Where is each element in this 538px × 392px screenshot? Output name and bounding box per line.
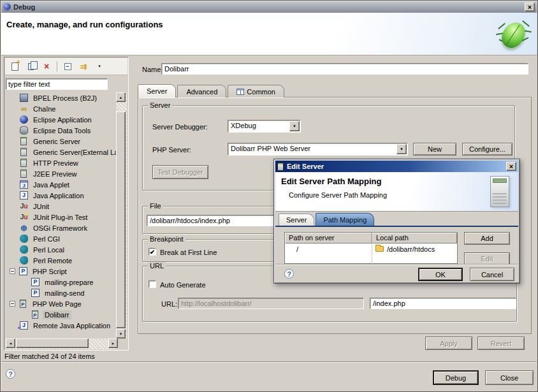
- perl-icon: [20, 245, 28, 254]
- tree-item[interactable]: J2EE Preview: [6, 168, 117, 179]
- tab-server-settings[interactable]: Server: [279, 214, 314, 226]
- tree-item-label: HTTP Preview: [31, 159, 80, 168]
- scroll-thumb[interactable]: [116, 112, 126, 328]
- name-input[interactable]: [161, 63, 528, 75]
- collapse-all-button[interactable]: −: [61, 60, 75, 73]
- php-server-value: Dolibarr PHP Web Server: [231, 145, 310, 152]
- scroll-up-button[interactable]: ▲: [116, 92, 126, 102]
- java-app-icon: [20, 191, 28, 200]
- configure-server-button[interactable]: Configure...: [462, 143, 513, 156]
- add-mapping-button[interactable]: Add: [464, 232, 510, 245]
- delete-configuration-button[interactable]: ×: [40, 60, 54, 73]
- tree-item-label: mailing-send: [43, 289, 86, 298]
- name-label: Name:: [142, 66, 163, 73]
- tree-item-label: Java Application: [31, 191, 86, 200]
- tree-item[interactable]: Perl Local: [6, 244, 117, 255]
- server-debugger-label: Server Debugger:: [152, 123, 208, 131]
- filter-input[interactable]: [6, 78, 108, 90]
- apply-button[interactable]: Apply: [425, 337, 472, 350]
- config-tabs: Server Advanced Common: [138, 84, 284, 98]
- tree-item[interactable]: Generic Server(External La: [6, 147, 117, 157]
- collapse-all-icon: −: [64, 63, 71, 70]
- tree-item[interactable]: Remote Java Application: [6, 320, 117, 331]
- scroll-right-button[interactable]: ►: [108, 338, 118, 348]
- auto-generate-checkbox[interactable]: [149, 280, 156, 288]
- chevron-down-icon: ▾: [98, 64, 101, 69]
- scroll-down-button[interactable]: ▼: [116, 329, 126, 338]
- server-debugger-select[interactable]: XDebug ▼: [228, 120, 301, 133]
- tree-horizontal-scrollbar[interactable]: ◄ ►: [6, 338, 118, 349]
- tree-item[interactable]: Perl CGI: [6, 233, 117, 244]
- php-server-select[interactable]: Dolibarr PHP Web Server ▼: [228, 143, 408, 156]
- tree-item-label: Dolibarr: [43, 310, 71, 319]
- tree-item-label: Eclipse Application: [31, 115, 94, 124]
- tree-item[interactable]: Java Applet: [6, 179, 117, 190]
- close-button[interactable]: Close: [485, 370, 534, 385]
- tree-item[interactable]: mailing-send: [6, 287, 117, 298]
- chevron-down-icon[interactable]: ▼: [289, 121, 300, 131]
- scroll-left-button[interactable]: ◄: [6, 338, 15, 348]
- tree-item[interactable]: PHP Web Page: [6, 298, 117, 309]
- sidebar-toolbar: × − ⇉ ▾: [5, 58, 127, 75]
- url-input[interactable]: [178, 298, 364, 309]
- filter-status-text: Filter matched 24 of 24 items: [4, 352, 95, 360]
- php-web-icon: [20, 300, 26, 308]
- delete-icon: ×: [44, 62, 49, 71]
- tree-item[interactable]: Java Application: [6, 190, 117, 201]
- edit-mapping-button[interactable]: Edit: [464, 252, 510, 265]
- ok-button[interactable]: OK: [418, 268, 463, 281]
- duplicate-configuration-button[interactable]: [24, 60, 38, 73]
- help-icon[interactable]: ?: [6, 369, 15, 379]
- toolbar-menu-button[interactable]: ▾: [92, 60, 106, 73]
- tab-common[interactable]: Common: [228, 85, 284, 98]
- collapse-toggle-icon[interactable]: [10, 301, 15, 307]
- tree-item[interactable]: OSGi Framework: [6, 222, 117, 233]
- new-configuration-button[interactable]: [8, 60, 22, 73]
- tree-item[interactable]: Eclipse Application: [6, 114, 117, 125]
- tree-item[interactable]: mailing-prepare: [6, 277, 117, 287]
- bpel-process-icon: [20, 94, 28, 102]
- tree-item[interactable]: Dolibarr: [6, 309, 117, 320]
- tree-item[interactable]: Generic Server: [6, 136, 117, 147]
- dialog-button-bar: ? OK Cancel: [275, 264, 518, 282]
- new-server-button[interactable]: New: [413, 143, 456, 156]
- tree-item-label: Generic Server(External La: [31, 148, 117, 157]
- tab-label: Common: [247, 88, 275, 96]
- revert-button[interactable]: Revert: [477, 337, 525, 350]
- collapse-toggle-icon[interactable]: [10, 268, 15, 274]
- tree-item[interactable]: Chaîne: [6, 103, 117, 114]
- tree-item[interactable]: Perl Remote: [6, 255, 117, 266]
- url-file-input[interactable]: [370, 298, 516, 309]
- tree-item[interactable]: PHP Script: [6, 266, 117, 277]
- tree-item-label: Perl Remote: [31, 256, 74, 265]
- junit-icon: [20, 202, 28, 210]
- tree-item-label: Java Applet: [31, 180, 71, 189]
- cancel-button[interactable]: Cancel: [470, 268, 514, 281]
- window-close-button[interactable]: ×: [525, 3, 535, 11]
- chevron-down-icon[interactable]: ▼: [396, 144, 407, 154]
- tree-item-label: J2EE Preview: [31, 170, 78, 178]
- table-row[interactable]: //dolibarr/htdocs: [285, 243, 457, 254]
- url-group-legend: URL: [148, 262, 166, 270]
- tab-server[interactable]: Server: [138, 84, 176, 98]
- help-icon[interactable]: ?: [284, 269, 294, 279]
- server-icon: [20, 137, 27, 145]
- tree-item[interactable]: HTTP Preview: [6, 157, 117, 168]
- duplicate-icon: [28, 63, 34, 70]
- filter-launch-button[interactable]: ⇉: [76, 60, 91, 73]
- tree-item[interactable]: JUnit: [6, 201, 117, 212]
- tree-item[interactable]: JUnit Plug-in Test: [6, 212, 117, 222]
- tab-label: Server: [286, 216, 307, 224]
- tab-path-mapping[interactable]: Path Mapping: [316, 213, 374, 226]
- scroll-thumb[interactable]: [16, 338, 89, 348]
- break-first-line-label: Break at First Line: [160, 249, 217, 256]
- column-header: Local path: [372, 233, 457, 243]
- break-first-line-checkbox[interactable]: [149, 248, 156, 256]
- tree-vertical-scrollbar[interactable]: ▲ ▼: [116, 92, 127, 338]
- tab-advanced[interactable]: Advanced: [177, 85, 226, 98]
- dialog-close-button[interactable]: ×: [506, 162, 516, 171]
- debug-button[interactable]: Debug: [433, 370, 479, 385]
- tree-item[interactable]: Eclipse Data Tools: [6, 125, 117, 136]
- test-debugger-button[interactable]: Test Debugger: [152, 165, 208, 179]
- tree-item[interactable]: BPEL Process (B2J): [6, 92, 117, 103]
